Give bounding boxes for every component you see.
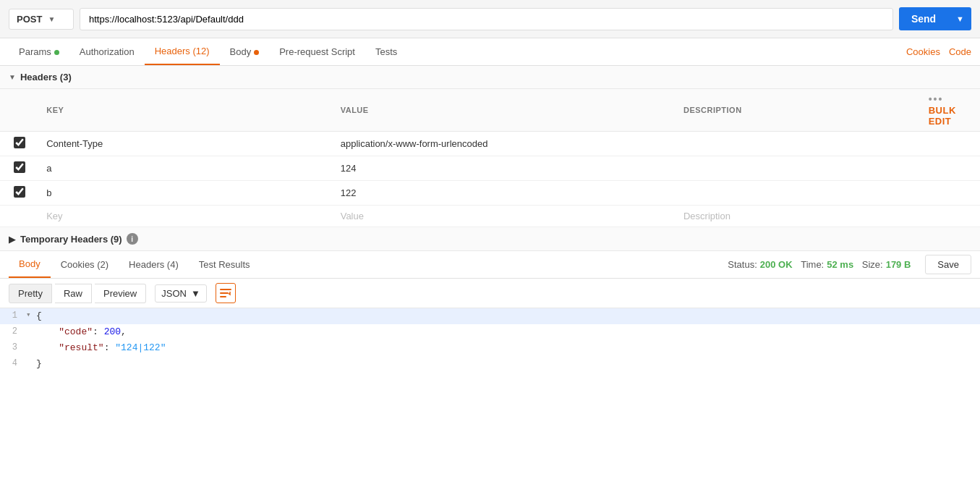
col-actions-header: ••• Bulk Edit (921, 89, 980, 132)
send-button[interactable]: Send ▼ (899, 7, 971, 30)
method-chevron-icon: ▼ (48, 15, 55, 23)
size-value: 179 B (886, 259, 911, 270)
send-label: Send (899, 13, 948, 25)
wrap-icon[interactable] (216, 283, 236, 303)
tab-pre-request[interactable]: Pre-request Script (269, 39, 365, 64)
raw-button[interactable]: Raw (55, 284, 92, 303)
size-label: Size: (862, 259, 883, 270)
send-arrow-icon[interactable]: ▼ (949, 14, 971, 23)
row1-description[interactable] (676, 132, 921, 156)
code-link[interactable]: Code (949, 46, 971, 57)
row3-value[interactable]: 122 (333, 181, 676, 206)
resp-tab-headers[interactable]: Headers (4) (119, 252, 189, 277)
tab-tests[interactable]: Tests (365, 39, 407, 64)
row3-checkbox[interactable] (14, 186, 25, 198)
table-row: a 124 (0, 156, 980, 181)
preview-button[interactable]: Preview (95, 284, 146, 303)
placeholder-value[interactable]: Value (333, 206, 676, 227)
tab-authorization[interactable]: Authorization (69, 39, 145, 64)
code-line-2: 2 "code": 200, (0, 324, 980, 340)
table-row: b 122 (0, 181, 980, 206)
code-line-3: 3 "result": "124|122" (0, 340, 980, 356)
response-code-area: 1 ▾ { 2 "code": 200, 3 "result": "124|12… (0, 308, 980, 372)
row3-description[interactable] (676, 181, 921, 206)
svg-rect-2 (220, 296, 226, 297)
time-value: 52 ms (827, 259, 853, 270)
format-chevron-icon: ▼ (191, 288, 200, 299)
status-label: Status: (728, 259, 757, 270)
status-value: 200 OK (760, 259, 793, 270)
row1-actions (921, 132, 980, 156)
headers-table: KEY VALUE DESCRIPTION ••• Bulk Edit Cont… (0, 89, 980, 227)
temp-toggle-icon: ▶ (9, 234, 16, 245)
row2-checkbox[interactable] (14, 161, 25, 173)
col-value-header: VALUE (333, 89, 676, 132)
url-input[interactable] (80, 8, 893, 30)
body-dot (254, 50, 259, 55)
placeholder-key[interactable]: Key (39, 206, 333, 227)
format-select[interactable]: JSON ▼ (155, 284, 207, 303)
more-options-icon[interactable]: ••• (929, 93, 944, 105)
svg-rect-0 (220, 289, 231, 290)
info-icon[interactable]: i (127, 233, 138, 245)
resp-tab-test-results[interactable]: Test Results (189, 252, 260, 277)
resp-tab-cookies[interactable]: Cookies (2) (51, 252, 119, 277)
svg-rect-1 (220, 292, 229, 294)
row3-key[interactable]: b (39, 181, 333, 206)
resp-tab-body[interactable]: Body (9, 251, 51, 278)
row2-key[interactable]: a (39, 156, 333, 181)
table-row: Content-Type application/x-www-form-urle… (0, 132, 980, 156)
placeholder-description[interactable]: Description (676, 206, 921, 227)
url-bar: POST ▼ Send ▼ (0, 0, 980, 38)
tab-params[interactable]: Params (9, 39, 69, 64)
headers-toggle-icon: ▼ (9, 73, 16, 81)
method-select[interactable]: POST ▼ (9, 9, 74, 30)
bulk-edit-button[interactable]: Bulk Edit (929, 105, 956, 127)
row1-key[interactable]: Content-Type (39, 132, 333, 156)
format-label: JSON (161, 288, 187, 299)
save-button[interactable]: Save (925, 255, 971, 274)
tab-headers[interactable]: Headers (12) (145, 38, 220, 65)
col-check (0, 89, 39, 132)
method-label: POST (17, 14, 42, 25)
pretty-button[interactable]: Pretty (9, 284, 52, 303)
tab-body[interactable]: Body (220, 39, 270, 64)
temp-headers-title: Temporary Headers (9) (20, 234, 122, 245)
row2-description[interactable] (676, 156, 921, 181)
response-status: Status: 200 OK Time: 52 ms Size: 179 B S… (728, 255, 971, 274)
request-tabs: Params Authorization Headers (12) Body P… (0, 38, 980, 66)
collapse-icon[interactable]: ▾ (26, 308, 36, 322)
code-line-4: 4 } (0, 356, 980, 372)
params-dot (54, 50, 59, 55)
time-label: Time: (801, 259, 824, 270)
row2-value[interactable]: 124 (333, 156, 676, 181)
response-tabs: Body Cookies (2) Headers (4) Test Result… (0, 251, 980, 279)
headers-section-title: Headers (3) (20, 72, 72, 83)
code-line-1: 1 ▾ { (0, 308, 980, 324)
placeholder-actions (921, 206, 980, 227)
col-key-header: KEY (39, 89, 333, 132)
col-desc-header: DESCRIPTION (676, 89, 921, 132)
response-toolbar: Pretty Raw Preview JSON ▼ (0, 279, 980, 308)
row1-checkbox[interactable] (14, 137, 25, 148)
temp-headers-section[interactable]: ▶ Temporary Headers (9) i (0, 227, 980, 251)
row2-actions (921, 156, 980, 181)
row3-actions (921, 181, 980, 206)
headers-section-header[interactable]: ▼ Headers (3) (0, 66, 980, 89)
right-links: Cookies Code (906, 46, 971, 57)
placeholder-row: Key Value Description (0, 206, 980, 227)
row1-value[interactable]: application/x-www-form-urlencoded (333, 132, 676, 156)
cookies-link[interactable]: Cookies (906, 46, 940, 57)
